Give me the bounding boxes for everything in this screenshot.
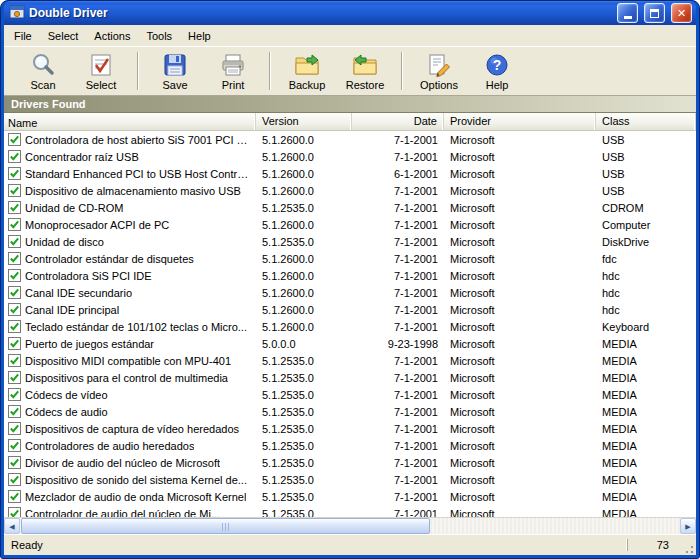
row-checkbox[interactable]	[8, 252, 21, 265]
check-icon	[11, 153, 18, 159]
table-row[interactable]: Códecs de vídeo 5.1.2535.0 7-1-2001 Micr…	[4, 386, 696, 403]
table-row[interactable]: Mezclador de audio de onda Microsoft Ker…	[4, 488, 696, 505]
row-checkbox[interactable]	[8, 354, 21, 367]
table-row[interactable]: Controladores de audio heredados 5.1.253…	[4, 437, 696, 454]
row-checkbox[interactable]	[8, 167, 21, 180]
driver-version: 5.0.0.0	[256, 338, 352, 350]
row-checkbox[interactable]	[8, 422, 21, 435]
app-icon[interactable]	[9, 4, 25, 22]
menu-help[interactable]: Help	[180, 27, 219, 45]
table-row[interactable]: Unidad de disco 5.1.2535.0 7-1-2001 Micr…	[4, 233, 696, 250]
driver-provider: Microsoft	[444, 355, 596, 367]
table-row[interactable]: Standard Enhanced PCI to USB Host Contro…	[4, 165, 696, 182]
column-header-class[interactable]: Class	[596, 113, 696, 130]
row-checkbox[interactable]	[8, 218, 21, 231]
check-icon	[11, 289, 18, 295]
column-header-version[interactable]: Version	[256, 113, 352, 130]
resize-grip[interactable]	[681, 541, 695, 555]
scan-button[interactable]: Scan	[14, 48, 72, 94]
help-question-icon: ?	[484, 52, 510, 78]
scroll-left-button[interactable]: ◀	[4, 518, 20, 534]
row-checkbox[interactable]	[8, 150, 21, 163]
row-checkbox[interactable]	[8, 473, 21, 486]
print-button[interactable]: Print	[204, 48, 262, 94]
driver-date: 7-1-2001	[352, 185, 444, 197]
row-checkbox[interactable]	[8, 286, 21, 299]
row-checkbox[interactable]	[8, 235, 21, 248]
table-row[interactable]: Dispositivos para el control de multimed…	[4, 369, 696, 386]
table-row[interactable]: Controladora SiS PCI IDE 5.1.2600.0 7-1-…	[4, 267, 696, 284]
backup-button[interactable]: Backup	[278, 48, 336, 94]
check-icon	[11, 323, 18, 329]
menu-tools[interactable]: Tools	[138, 27, 180, 45]
table-row[interactable]: Dispositivos de captura de vídeo heredad…	[4, 420, 696, 437]
status-bar: Ready 73	[4, 534, 696, 555]
driver-name: Unidad de CD-ROM	[25, 202, 123, 214]
driver-version: 5.1.2600.0	[256, 304, 352, 316]
row-checkbox[interactable]	[8, 184, 21, 197]
driver-name: Canal IDE secundario	[25, 287, 132, 299]
table-row[interactable]: Códecs de audio 5.1.2535.0 7-1-2001 Micr…	[4, 403, 696, 420]
driver-class: MEDIA	[596, 372, 696, 384]
table-row[interactable]: Teclado estándar de 101/102 teclas o Mic…	[4, 318, 696, 335]
table-row[interactable]: Puerto de juegos estándar 5.0.0.0 9-23-1…	[4, 335, 696, 352]
row-checkbox[interactable]	[8, 439, 21, 452]
driver-version: 5.1.2535.0	[256, 457, 352, 469]
help-button[interactable]: ? Help	[468, 48, 526, 94]
table-row[interactable]: Dispositivo MIDI compatible con MPU-401 …	[4, 352, 696, 369]
driver-class: MEDIA	[596, 406, 696, 418]
column-header-date[interactable]: Date	[352, 113, 444, 130]
row-checkbox[interactable]	[8, 405, 21, 418]
table-row[interactable]: Unidad de CD-ROM 5.1.2535.0 7-1-2001 Mic…	[4, 199, 696, 216]
scrollbar-thumb[interactable]	[21, 518, 430, 534]
row-checkbox[interactable]	[8, 269, 21, 282]
options-button[interactable]: Options	[410, 48, 468, 94]
row-checkbox[interactable]	[8, 320, 21, 333]
driver-class: USB	[596, 168, 696, 180]
driver-date: 7-1-2001	[352, 457, 444, 469]
restore-folder-icon	[352, 52, 378, 78]
table-row[interactable]: Controlador estándar de disquetes 5.1.26…	[4, 250, 696, 267]
table-row[interactable]: Canal IDE principal 5.1.2600.0 7-1-2001 …	[4, 301, 696, 318]
table-row[interactable]: Controladora de host abierto SiS 7001 PC…	[4, 131, 696, 148]
driver-date: 7-1-2001	[352, 151, 444, 163]
driver-date: 7-1-2001	[352, 304, 444, 316]
save-floppy-icon	[162, 52, 188, 78]
scrollbar-track[interactable]	[20, 518, 680, 534]
check-icon	[11, 425, 18, 431]
scroll-right-button[interactable]: ▶	[680, 518, 696, 534]
driver-class: fdc	[596, 253, 696, 265]
row-checkbox[interactable]	[8, 507, 21, 517]
table-row[interactable]: Dispositivo de sonido del sistema Kernel…	[4, 471, 696, 488]
driver-date: 7-1-2001	[352, 440, 444, 452]
menu-bar: File Select Actions Tools Help	[4, 25, 696, 46]
menu-file[interactable]: File	[6, 27, 40, 45]
row-checkbox[interactable]	[8, 337, 21, 350]
minimize-button[interactable]	[617, 3, 638, 23]
table-row[interactable]: Concentrador raíz USB 5.1.2600.0 7-1-200…	[4, 148, 696, 165]
close-button[interactable]: ✕	[671, 3, 692, 23]
select-button[interactable]: Select	[72, 48, 130, 94]
menu-actions[interactable]: Actions	[86, 27, 138, 45]
row-checkbox[interactable]	[8, 388, 21, 401]
row-checkbox[interactable]	[8, 201, 21, 214]
column-header-name[interactable]: Name	[4, 113, 256, 130]
save-button[interactable]: Save	[146, 48, 204, 94]
table-row[interactable]: Monoprocesador ACPI de PC 5.1.2600.0 7-1…	[4, 216, 696, 233]
table-row[interactable]: Controlador de audio del núcleo de Mi...…	[4, 505, 696, 517]
restore-button[interactable]: Restore	[336, 48, 394, 94]
row-checkbox[interactable]	[8, 456, 21, 469]
column-header-provider[interactable]: Provider	[444, 113, 596, 130]
menu-select[interactable]: Select	[40, 27, 87, 45]
row-checkbox[interactable]	[8, 490, 21, 503]
row-checkbox[interactable]	[8, 303, 21, 316]
table-row[interactable]: Dispositivo de almacenamiento masivo USB…	[4, 182, 696, 199]
driver-date: 7-1-2001	[352, 253, 444, 265]
row-checkbox[interactable]	[8, 133, 21, 146]
check-icon	[11, 136, 18, 142]
table-row[interactable]: Canal IDE secundario 5.1.2600.0 7-1-2001…	[4, 284, 696, 301]
maximize-button[interactable]	[644, 3, 665, 23]
table-row[interactable]: Divisor de audio del núcleo de Microsoft…	[4, 454, 696, 471]
driver-listview: Name Version Date Provider Class Control…	[4, 113, 696, 517]
row-checkbox[interactable]	[8, 371, 21, 384]
